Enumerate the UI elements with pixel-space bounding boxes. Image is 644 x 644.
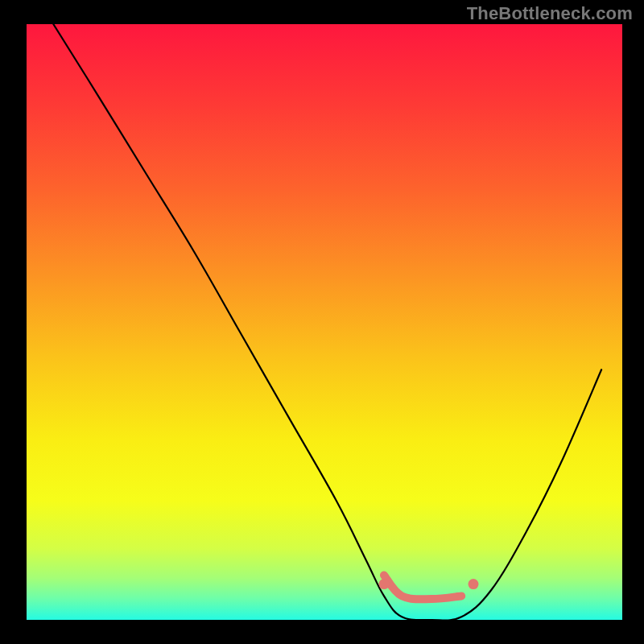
chart-stage: TheBottleneck.com — [0, 0, 644, 644]
plot-background — [27, 24, 622, 620]
optimal-range-end-dot — [469, 579, 479, 589]
chart-svg — [0, 0, 644, 644]
optimal-range-start-dot — [379, 579, 390, 589]
